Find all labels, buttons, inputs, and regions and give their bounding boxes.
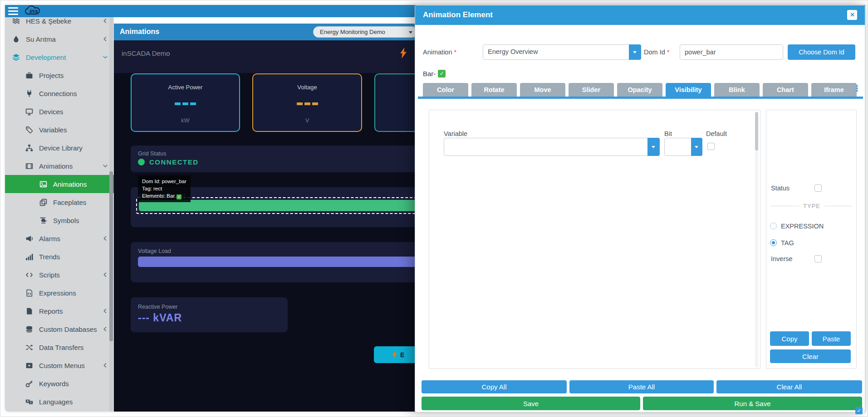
chevron-down-icon[interactable] [647,138,660,156]
choose-dom-id-button[interactable]: Choose Dom Id [788,44,855,60]
copy-all-button[interactable]: Copy All [422,380,567,393]
animation-element-modal: Animation Element ✕ Animation * Energy O… [415,5,865,412]
close-icon[interactable]: ✕ [847,10,857,20]
mini-check-button[interactable]: ✓ [855,407,863,414]
tab-rotate[interactable]: Rotate [471,83,517,97]
chevron-left-icon [102,18,108,24]
sidebar-item-keywords[interactable]: Keywords [5,374,114,393]
svg-text:ins: ins [29,8,38,15]
bit-select[interactable] [664,138,702,156]
clear-button[interactable]: Clear [770,349,851,363]
droplet-icon [12,35,20,43]
chevron-left-icon [102,326,108,332]
save-button[interactable]: Save [422,397,640,410]
layers-icon [12,53,20,61]
dom-id-input[interactable] [680,44,783,60]
inverse-label: Inverse [771,255,793,262]
sidebar-item-languages[interactable]: AzLanguages [5,393,114,411]
sidebar-scrollbar[interactable] [109,17,113,412]
tab-visibility[interactable]: Visibility [666,83,711,97]
copy-icon [39,199,47,206]
status-checkbox[interactable] [814,184,822,192]
inverse-checkbox[interactable] [814,255,822,262]
panel-scrollbar-thumb[interactable] [755,112,758,150]
modal-title: Animation Element [423,10,493,19]
expression-radio-label: EXPRESSION [781,223,824,230]
run-save-button[interactable]: Run & Save [643,397,862,410]
database-icon [25,325,33,333]
status-dot-icon [138,159,145,165]
svg-text:A: A [27,399,29,402]
menu-square-icon [25,362,33,369]
sidebar-item-expressions[interactable]: Expressions [5,284,114,302]
tab-chart[interactable]: Chart [763,83,808,97]
voltage-bar-element[interactable] [138,257,447,267]
sidebar-item-alarms[interactable]: Alarms [5,229,114,247]
more-tabs-icon[interactable]: ⋮ [853,83,861,93]
chevron-left-icon [102,362,108,369]
check-icon: ✓ [177,194,181,199]
sidebar-item-development[interactable]: Development [5,48,114,66]
panel-scrollbar[interactable] [755,112,758,368]
modal-header: Animation Element ✕ [415,5,865,25]
sidebar-item-custom-menus[interactable]: Custom Menus [5,356,114,374]
sidebar-item-su-ar-tma[interactable]: Su Arıtma [5,30,114,48]
plug-icon [25,90,33,97]
animation-tabs: ColorRotateMoveSliderOpacityVisibilityBl… [423,83,857,97]
sidebar-item-faceplates[interactable]: Faceplates [5,193,114,211]
sidebar-item-custom-databases[interactable]: Custom Databases [5,320,114,338]
animation-select[interactable]: Energy Overview [483,44,641,60]
hamburger-menu-icon[interactable] [8,7,18,15]
sidebar-scrollbar-thumb[interactable] [109,171,113,341]
sidebar-item-reports[interactable]: Reports [5,302,114,320]
tab-iframe[interactable]: Iframe [811,83,857,97]
default-checkbox[interactable] [707,143,715,150]
grid-status-value: CONNECTED [149,158,199,166]
sidebar-item-animations[interactable]: Animations [5,175,114,193]
tab-opacity[interactable]: Opacity [617,83,662,97]
tooltip-tag: Tag: rect [142,185,186,192]
tags-icon [25,126,33,134]
tab-blink[interactable]: Blink [714,83,760,97]
chevron-down-icon[interactable] [629,44,641,60]
tabs-underline [418,97,863,99]
card-unit: V [253,117,361,124]
sidebar-item-animations[interactable]: Animations [5,157,114,175]
project-select[interactable]: Energy Monitoring Demo [313,26,417,38]
sidebar-item-variables[interactable]: Variables [5,121,114,139]
tab-slider[interactable]: Slider [569,83,614,97]
tab-move[interactable]: Move [520,83,565,97]
bit-label: Bit [664,130,672,137]
chevron-down-icon[interactable] [691,138,702,156]
checked-checkbox-icon[interactable]: ✓ [438,70,446,78]
type-side-panel: Status TYPE EXPRESSION TAG Inverse Copy … [766,110,857,369]
bullhorn-icon [25,235,33,242]
expression-radio[interactable] [770,223,777,229]
card-unit: kW [132,117,239,124]
project-select-value: Energy Monitoring Demo [320,29,385,35]
element-row: Bar- ✓ [423,70,446,78]
variable-select[interactable] [444,138,660,156]
copy-button[interactable]: Copy [770,331,809,346]
status-label: Status [771,184,790,192]
sidebar-item-hes-ebeke[interactable]: HES & Şebeke [5,17,114,30]
file-code-icon [25,289,33,297]
sidebar-item-data-transfers[interactable]: Data Transfers [5,338,114,356]
paste-all-button[interactable]: Paste All [569,380,714,393]
dom-id-field-label: Dom Id * [644,48,669,56]
sidebar-item-device-library[interactable]: Device Library [5,139,114,157]
paste-button[interactable]: Paste [812,331,851,346]
sidebar-item-scripts[interactable]: Scripts [5,266,114,284]
sidebar-item-symbols[interactable]: Symbols [5,211,114,229]
tab-color[interactable]: Color [423,83,468,97]
tag-radio[interactable] [770,239,777,246]
edit-button-label: E [400,351,404,359]
type-divider: TYPE [771,203,853,209]
sidebar-item-trends[interactable]: Trends [5,247,114,266]
element-tooltip: Dom Id: power_bar Tag: rect Elements: Ba… [138,175,191,202]
clear-all-button[interactable]: Clear All [716,380,862,393]
sidebar-item-devices[interactable]: Devices [5,102,114,121]
sidebar-item-connections[interactable]: Connections [5,84,114,102]
animation-field-label: Animation * [423,48,456,56]
sidebar-item-projects[interactable]: Projects [5,66,114,84]
